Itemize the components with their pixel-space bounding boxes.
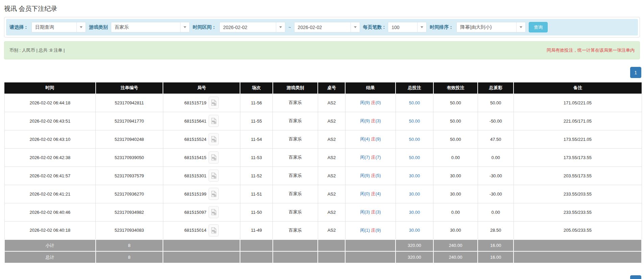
search-button[interactable]: 查询: [529, 22, 548, 32]
result-player: 闲(9): [360, 118, 371, 123]
total-bet-link[interactable]: 50.00: [409, 119, 420, 124]
chevron-down-icon[interactable]: [351, 22, 360, 32]
total-bet-link[interactable]: 30.00: [409, 228, 420, 233]
cell-bet-id: 523170942811: [96, 94, 163, 112]
game-type-label: 游戏类别: [89, 24, 108, 30]
cell-time: 2026-02-02 06:40:46: [4, 203, 96, 221]
sort-select[interactable]: 降幂(由大到小): [456, 22, 526, 32]
col-bet-id: 注单编号: [96, 82, 163, 94]
cell-time: 2026-02-02 06:41:57: [4, 167, 96, 185]
video-replay-button[interactable]: [209, 170, 219, 182]
cell-session: 11-49: [240, 221, 272, 239]
cell-table-no: AS2: [318, 148, 345, 167]
video-replay-button[interactable]: [209, 224, 219, 236]
table-header: 时间 注单编号 局号 场次 游戏类别 桌号 结果 总投注 有效投注 总派彩 备注: [4, 82, 642, 94]
result-player: 闲(1): [360, 228, 371, 233]
cell-time: 2026-02-02 06:40:18: [4, 221, 96, 239]
result-banker-score: (4): [376, 191, 381, 196]
cell-valid-bet: 0.00: [433, 148, 478, 167]
cell-time: 2026-02-02 06:43:51: [4, 112, 96, 130]
page-size-label: 每页笔数 :: [363, 24, 385, 30]
pagination-top: 1: [0, 67, 641, 78]
video-replay-button[interactable]: [209, 133, 219, 145]
total-bet-link[interactable]: 30.00: [409, 210, 420, 215]
cell-bet-id: 523170934982: [96, 203, 163, 221]
cell-bet-id: 523170939050: [96, 148, 163, 167]
cell-remark: 203.55/173.55: [514, 167, 642, 185]
query-type-value: 日期查询: [32, 22, 76, 32]
game-type-value: 百家乐: [111, 22, 180, 32]
cell-result: 闲(1) 庄(9): [345, 221, 396, 239]
total-bet-link[interactable]: 30.00: [409, 192, 420, 197]
cell-valid-bet: 50.00: [433, 112, 478, 130]
video-replay-button[interactable]: [209, 115, 219, 127]
range-separator: ~: [288, 25, 291, 30]
cell-result: 闲(0) 庄(4): [345, 185, 396, 203]
cell-session: 11-50: [240, 203, 272, 221]
page-size-select[interactable]: 100: [388, 22, 427, 32]
total-label: 总计: [4, 251, 96, 263]
cell-bet-id: 523170936270: [96, 185, 163, 203]
sort-value: 降幂(由大到小): [457, 22, 516, 32]
result-banker: 庄: [371, 228, 376, 233]
cell-game: 百家乐: [273, 185, 318, 203]
chevron-down-icon[interactable]: [417, 22, 426, 32]
cell-bet-id: 523170940248: [96, 130, 163, 148]
chevron-down-icon[interactable]: [76, 22, 86, 32]
video-replay-button[interactable]: [209, 188, 219, 200]
video-replay-button[interactable]: [209, 97, 219, 109]
cell-table-no: AS2: [318, 185, 345, 203]
total-bet-link[interactable]: 50.00: [409, 137, 420, 142]
currency-total-text: 币别 : 人民币 | 总共 :8 注单 |: [9, 47, 65, 53]
subtotal-label: 小计: [4, 239, 96, 251]
video-replay-button[interactable]: [209, 206, 219, 218]
game-type-select[interactable]: 百家乐: [111, 22, 190, 32]
chevron-down-icon[interactable]: [276, 22, 285, 32]
video-record-icon: [211, 99, 217, 106]
page-1-button-bottom[interactable]: 1: [630, 275, 641, 279]
total-total-bet: 320.00: [396, 251, 433, 263]
cell-time: 2026-02-02 06:41:21: [4, 185, 96, 203]
total-valid-bet: 240.00: [433, 251, 478, 263]
cell-round-id: 681515415: [184, 155, 206, 160]
cell-game: 百家乐: [273, 221, 318, 239]
result-banker: 庄: [371, 118, 376, 123]
video-replay-button[interactable]: [209, 151, 219, 163]
date-to-picker[interactable]: 2026-02-02: [294, 22, 360, 32]
cell-remark: 171.05/221.05: [514, 94, 642, 112]
total-row: 总计 8 320.00 240.00 16.00: [4, 251, 642, 263]
cell-valid-bet: 0.00: [433, 203, 478, 221]
page-1-button[interactable]: 1: [630, 67, 641, 78]
col-time: 时间: [4, 82, 96, 94]
video-record-icon: [211, 209, 217, 215]
result-banker: 庄: [371, 100, 376, 105]
chevron-down-icon[interactable]: [180, 22, 189, 32]
result-banker: 庄: [371, 209, 376, 214]
subtotal-payout: 16.00: [478, 239, 514, 251]
cell-valid-bet: 50.00: [433, 130, 478, 148]
cell-remark: 173.55/173.55: [514, 148, 642, 167]
video-record-icon: [211, 136, 217, 143]
cell-table-no: AS2: [318, 221, 345, 239]
video-record-icon: [211, 172, 217, 179]
select-type-label: 请选择：: [9, 24, 28, 30]
result-banker-score: (9): [376, 228, 381, 233]
cell-game: 百家乐: [273, 148, 318, 167]
total-bet-link[interactable]: 50.00: [409, 155, 420, 160]
query-type-select[interactable]: 日期查询: [31, 22, 86, 32]
col-round-id: 局号: [163, 82, 240, 94]
col-table-no: 桌号: [318, 82, 345, 94]
col-result: 结果: [345, 82, 396, 94]
total-bet-link[interactable]: 30.00: [409, 173, 420, 178]
cell-round-id: 681515719: [184, 100, 206, 105]
cell-game: 百家乐: [273, 167, 318, 185]
result-banker: 庄: [371, 136, 376, 142]
col-payout: 总派彩: [478, 82, 514, 94]
chevron-down-icon[interactable]: [516, 22, 525, 32]
cell-table-no: AS2: [318, 112, 345, 130]
cell-payout: 50.00: [478, 94, 514, 112]
result-banker-score: (9): [376, 136, 381, 142]
total-bet-link[interactable]: 50.00: [409, 100, 420, 105]
cell-round-id: 681515641: [184, 119, 206, 124]
date-from-picker[interactable]: 2026-02-02: [219, 22, 285, 32]
